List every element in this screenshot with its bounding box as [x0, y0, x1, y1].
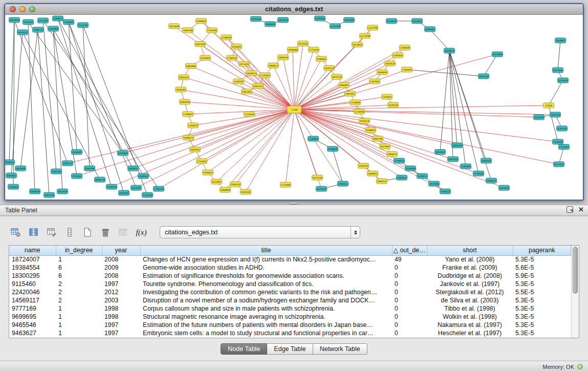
graph-node[interactable]: 1662522: [253, 83, 264, 89]
graph-node[interactable]: 1605502: [190, 147, 201, 152]
graph-node[interactable]: 2060447: [339, 82, 350, 87]
function-builder-icon[interactable]: f(x): [135, 226, 148, 239]
graph-node[interactable]: 2125700: [78, 23, 89, 28]
column-header-name[interactable]: name: [9, 246, 56, 255]
graph-node[interactable]: 1600810: [30, 189, 40, 194]
graph-node[interactable]: 1255410: [251, 16, 262, 21]
graph-node[interactable]: 1851419: [57, 189, 68, 194]
graph-node[interactable]: 2026050: [5, 160, 15, 165]
tab-network-table[interactable]: Network Table: [313, 343, 367, 355]
graph-node[interactable]: 1261065: [200, 55, 211, 60]
graph-node[interactable]: 1167941: [369, 79, 380, 84]
graph-node[interactable]: 1755430: [207, 28, 217, 33]
graph-node[interactable]: 2012454: [352, 42, 363, 47]
graph-node[interactable]: 2135001: [260, 73, 271, 78]
graph-node[interactable]: 1625410: [499, 185, 510, 190]
graph-node[interactable]: 2141504: [330, 24, 341, 29]
graph-node[interactable]: 1598710: [33, 27, 43, 32]
graph-node[interactable]: 1641095: [131, 185, 142, 190]
delete-icon[interactable]: [99, 226, 112, 239]
table-row[interactable]: 969969511998Structural magnetic resonanc…: [9, 313, 571, 321]
window-titlebar[interactable]: citations_edges.txt: [5, 4, 583, 15]
graph-node[interactable]: 1316441: [382, 94, 393, 99]
graph-node[interactable]: 1628202: [231, 44, 242, 49]
graph-node[interactable]: 1590042: [8, 184, 19, 189]
graph-node[interactable]: 2109304: [553, 139, 563, 144]
graph-node[interactable]: 1609344: [315, 16, 325, 21]
close-window-button[interactable]: [10, 6, 16, 12]
scrollbar-thumb[interactable]: [573, 247, 578, 294]
graph-node[interactable]: 1582310: [62, 161, 73, 166]
graph-node[interactable]: 1875510: [332, 74, 342, 79]
graph-node[interactable]: 1759031: [72, 173, 82, 179]
table-row[interactable]: 1830029562008Estimation of significance …: [9, 272, 571, 280]
graph-node[interactable]: 2190630: [221, 35, 232, 40]
graph-node[interactable]: 1800412: [268, 63, 279, 68]
graph-node[interactable]: 2150144: [142, 192, 153, 198]
graph-node[interactable]: 1958185: [176, 87, 186, 92]
graph-node[interactable]: 1590519: [106, 184, 117, 189]
graph-node[interactable]: 2044195: [481, 158, 492, 163]
graph-node[interactable]: 1807944: [344, 17, 355, 23]
graph-node[interactable]: 1684100: [84, 166, 95, 171]
show-columns-icon[interactable]: [27, 226, 40, 239]
column-header-year[interactable]: year: [102, 246, 140, 255]
graph-node[interactable]: 1250670: [188, 123, 199, 128]
graph-node[interactable]: 1827441: [553, 68, 563, 73]
graph-node[interactable]: 1794610: [394, 158, 405, 163]
graph-node[interactable]: 1677910: [554, 162, 564, 167]
graph-node[interactable]: 1518454: [308, 136, 319, 141]
graph-node[interactable]: 1216044: [354, 109, 365, 114]
graph-node[interactable]: 2110044: [350, 100, 361, 105]
graph-node[interactable]: 1855624: [385, 61, 396, 66]
graph-node[interactable]: 1866400: [186, 63, 197, 69]
graph-node[interactable]: 1901402: [242, 89, 252, 94]
graph-node[interactable]: 1885400: [15, 166, 26, 171]
table-selector-dropdown[interactable]: citations_edges.txt: [160, 226, 360, 238]
graph-node[interactable]: 1813041: [412, 18, 423, 24]
table-row[interactable]: 977716911998Corpus callosum shape and si…: [9, 304, 571, 313]
graph-node[interactable]: 1759044: [473, 171, 484, 176]
graph-node[interactable]: 1639224: [388, 102, 399, 107]
graph-node[interactable]: 2045012: [397, 175, 407, 180]
graph-node[interactable]: 1690088: [288, 47, 298, 52]
graph-node[interactable]: 1824501: [119, 190, 129, 195]
graph-node[interactable]: 1625144: [312, 175, 323, 180]
graph-node[interactable]: 1895790: [373, 136, 383, 141]
graph-node[interactable]: 1607447: [345, 91, 356, 96]
graph-node[interactable]: 1753440: [280, 182, 291, 187]
graph-node[interactable]: 2180441: [316, 56, 327, 61]
graph-node[interactable]: 2185410: [393, 53, 403, 58]
graph-node[interactable]: 1655941: [380, 144, 390, 149]
graph-node[interactable]: 1721035: [559, 144, 570, 149]
table-row[interactable]: 946554611997Estimation of the future num…: [9, 321, 571, 329]
graph-node[interactable]: 1614349: [558, 78, 569, 83]
graph-node[interactable]: 1544095: [365, 127, 376, 133]
graph-node[interactable]: 1708150: [227, 55, 237, 60]
graph-node[interactable]: 1795410: [154, 186, 164, 191]
column-header-in_degree[interactable]: in_degree: [56, 246, 102, 255]
graph-node[interactable]: 15958: [543, 103, 554, 108]
graph-node[interactable]: 1690447: [6, 173, 17, 178]
graph-node[interactable]: 2090447: [425, 27, 435, 32]
graph-node[interactable]: 1945400: [48, 26, 59, 31]
graph-node[interactable]: 2104195: [233, 79, 244, 84]
graph-node[interactable]: 1602208: [183, 28, 193, 33]
vertical-scrollbar[interactable]: [571, 246, 579, 338]
graph-node[interactable]: 2015502: [298, 41, 309, 46]
graph-node[interactable]: 1625419: [316, 186, 327, 191]
graph-node[interactable]: 2041595: [44, 192, 55, 198]
graph-node[interactable]: 2026069: [118, 150, 128, 156]
graph-node[interactable]: 2015400: [429, 181, 440, 186]
graph-node[interactable]: 2049522: [377, 179, 387, 184]
graph-node[interactable]: 2090114: [95, 177, 105, 182]
column-header-pagerank[interactable]: pagerank: [513, 246, 571, 255]
graph-node[interactable]: 1693204: [550, 112, 561, 117]
graph-node[interactable]: 1595011: [417, 173, 428, 179]
graph-node[interactable]: 1689244: [452, 143, 463, 148]
graph-node[interactable]: 1664879: [444, 48, 455, 53]
graph-node[interactable]: 2073201: [239, 61, 250, 67]
table-settings-icon[interactable]: [9, 226, 23, 239]
graph-node[interactable]: 1843100: [478, 74, 489, 79]
network-graph[interactable]: 1724018510441602208220688317554301487200…: [5, 15, 583, 200]
